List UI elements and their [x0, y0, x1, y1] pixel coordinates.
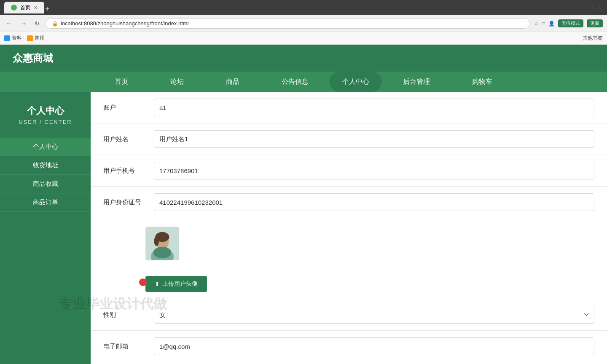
- star-icon[interactable]: ☆: [534, 21, 539, 27]
- nav-forum[interactable]: 论坛: [149, 72, 205, 92]
- site-header: 众惠商城: [0, 45, 607, 72]
- label-id: 用户身份证号: [103, 198, 145, 206]
- svg-point-6: [153, 247, 172, 258]
- form-area: 账户 用户姓名 用户手机号 用户身份证号: [91, 92, 607, 364]
- main-content: 个人中心 USER / CENTER 个人中心 收货地址 商品收藏 商品订单 账…: [0, 92, 607, 364]
- no-distract-button[interactable]: 无痕模式: [558, 19, 583, 27]
- url-text: localhost:8080/zhonghuishangcheng/front/…: [61, 20, 189, 27]
- site-nav: 首页 论坛 商品 公告信息 个人中心 后台管理 购物车: [0, 72, 607, 92]
- back-button[interactable]: ←: [4, 18, 14, 29]
- nav-announcement[interactable]: 公告信息: [261, 72, 330, 92]
- upload-avatar-button[interactable]: ⬆ 上传用户头像: [145, 276, 207, 292]
- bookmark-item-common[interactable]: 常用: [27, 35, 45, 42]
- bookmark-icon-blue: [4, 35, 10, 41]
- avatar-svg: [146, 227, 179, 260]
- nav-goods[interactable]: 商品: [205, 72, 261, 92]
- form-row-username: 用户姓名: [91, 123, 607, 155]
- form-row-account: 账户: [91, 92, 607, 123]
- update-button[interactable]: 更新: [587, 19, 603, 27]
- browser-right-controls: ☆ □ 👤 无痕模式 更新: [534, 19, 603, 27]
- sidebar-header: 个人中心 USER / CENTER: [0, 92, 91, 134]
- input-username[interactable]: [154, 130, 594, 148]
- profile-icon[interactable]: 👤: [548, 21, 555, 27]
- sidebar-item-orders[interactable]: 商品订单: [0, 193, 91, 212]
- input-phone[interactable]: [154, 162, 594, 179]
- label-account: 账户: [103, 104, 145, 112]
- forward-button[interactable]: →: [19, 18, 29, 29]
- sidebar-title-cn: 个人中心: [8, 104, 82, 117]
- input-id[interactable]: [154, 193, 594, 211]
- label-username: 用户姓名: [103, 135, 145, 143]
- tab-close[interactable]: ✕: [34, 5, 38, 11]
- close-btn[interactable]: ✕: [597, 5, 603, 11]
- avatar-image: [145, 227, 179, 260]
- select-gender[interactable]: 女 男: [154, 306, 594, 324]
- nav-user-center[interactable]: 个人中心: [330, 72, 382, 92]
- tab-title: 首页: [20, 4, 30, 11]
- upload-btn-label: 上传用户头像: [162, 280, 198, 288]
- bookmark-label-resource: 资料: [12, 35, 22, 42]
- upload-btn-row: ⬆ 上传用户头像: [91, 269, 607, 299]
- input-account[interactable]: [154, 99, 594, 116]
- browser-tabs: 首页 ✕ +: [4, 2, 577, 13]
- new-tab-button[interactable]: +: [45, 5, 50, 13]
- sidebar-item-address[interactable]: 收货地址: [0, 156, 91, 175]
- form-row-extra: [91, 362, 607, 364]
- bookmarks-bar: 资料 常用 其他书签: [0, 32, 607, 45]
- other-bookmarks[interactable]: 其他书签: [583, 35, 603, 42]
- window-controls: ─ □ ✕: [580, 5, 603, 11]
- form-row-gender: 性别 女 男: [91, 299, 607, 331]
- label-gender: 性别: [103, 311, 145, 319]
- svg-point-5: [154, 236, 159, 246]
- form-row-email: 电子邮箱: [91, 331, 607, 362]
- sidebar: 个人中心 USER / CENTER 个人中心 收货地址 商品收藏 商品订单: [0, 92, 91, 364]
- form-row-id: 用户身份证号: [91, 187, 607, 218]
- lock-icon: 🔒: [52, 21, 58, 27]
- sidebar-item-favorites[interactable]: 商品收藏: [0, 175, 91, 193]
- sidebar-menu: 个人中心 收货地址 商品收藏 商品订单: [0, 138, 91, 212]
- bookmark-item-resource[interactable]: 资料: [4, 35, 22, 42]
- label-phone: 用户手机号: [103, 167, 145, 175]
- refresh-button[interactable]: ↻: [33, 19, 41, 29]
- reader-mode-icon[interactable]: □: [542, 21, 545, 27]
- active-tab[interactable]: 首页 ✕: [4, 2, 44, 13]
- bookmark-label-common: 常用: [35, 35, 45, 42]
- nav-admin[interactable]: 后台管理: [382, 72, 451, 92]
- nav-cart[interactable]: 购物车: [451, 72, 513, 92]
- minimize-btn[interactable]: ─: [580, 5, 586, 11]
- form-row-phone: 用户手机号: [91, 155, 607, 187]
- maximize-btn[interactable]: □: [588, 5, 594, 11]
- nav-home[interactable]: 首页: [94, 72, 149, 92]
- sidebar-title-en: USER / CENTER: [8, 119, 82, 125]
- address-bar[interactable]: 🔒 localhost:8080/zhonghuishangcheng/fron…: [46, 18, 530, 29]
- site-logo: 众惠商城: [13, 51, 53, 65]
- input-email[interactable]: [154, 337, 594, 355]
- browser-chrome: 首页 ✕ + ─ □ ✕: [0, 0, 607, 15]
- address-bar-row: ← → ↻ 🔒 localhost:8080/zhonghuishangchen…: [0, 15, 607, 32]
- sidebar-item-user-center[interactable]: 个人中心: [0, 138, 91, 156]
- label-email: 电子邮箱: [103, 343, 145, 351]
- tab-favicon: [11, 5, 17, 11]
- bookmark-icon-orange: [27, 35, 33, 41]
- avatar-row: [91, 218, 607, 269]
- upload-icon: ⬆: [155, 281, 160, 287]
